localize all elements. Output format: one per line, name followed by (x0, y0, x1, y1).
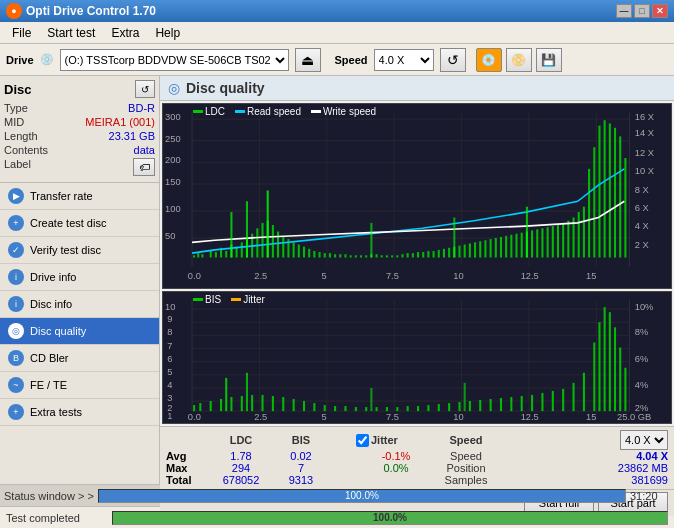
svg-rect-200 (541, 393, 543, 411)
svg-rect-179 (324, 405, 326, 411)
sidebar-item-verify-test-disc[interactable]: ✓ Verify test disc (0, 237, 159, 264)
svg-text:7.5: 7.5 (386, 270, 399, 281)
sidebar-item-fe-te[interactable]: ~ FE / TE (0, 372, 159, 399)
sidebar-item-transfer-rate[interactable]: ▶ Transfer rate (0, 183, 159, 210)
menu-extra[interactable]: Extra (103, 24, 147, 42)
speed-select[interactable]: 4.0 X (374, 49, 434, 71)
nav-label-transfer-rate: Transfer rate (30, 190, 93, 202)
stats-area: LDC BIS Jitter Speed 4.0 X Avg (160, 426, 674, 489)
svg-text:10 X: 10 X (635, 165, 655, 176)
svg-rect-57 (303, 247, 305, 258)
bis-legend: BIS (193, 294, 221, 305)
create-test-disc-icon: + (8, 215, 24, 231)
minimize-button[interactable]: — (616, 4, 632, 18)
svg-rect-119 (624, 158, 626, 257)
svg-rect-110 (578, 212, 580, 257)
test-completed-label: Test completed (6, 512, 106, 524)
transfer-rate-icon: ▶ (8, 188, 24, 204)
maximize-button[interactable]: □ (634, 4, 650, 18)
svg-text:2.5: 2.5 (254, 412, 267, 422)
svg-rect-207 (604, 307, 606, 411)
svg-rect-81 (427, 251, 429, 257)
speed-val-row: 4.04 X (496, 450, 668, 462)
drive-label: Drive (6, 54, 34, 66)
ldc-legend-label: LDC (205, 106, 225, 117)
sidebar-item-cd-bler[interactable]: B CD Bler (0, 345, 159, 372)
svg-text:14 X: 14 X (635, 127, 655, 138)
disc-type-label: Type (4, 102, 28, 114)
sidebar-item-disc-quality[interactable]: ◎ Disc quality (0, 318, 159, 345)
svg-text:8%: 8% (635, 327, 648, 337)
svg-text:12.5: 12.5 (521, 412, 539, 422)
svg-rect-80 (422, 252, 424, 257)
menu-start-test[interactable]: Start test (39, 24, 103, 42)
close-button[interactable]: ✕ (652, 4, 668, 18)
sidebar-nav: ▶ Transfer rate + Create test disc ✓ Ver… (0, 183, 159, 484)
svg-rect-181 (344, 406, 346, 411)
svg-text:7.5: 7.5 (386, 412, 399, 422)
svg-rect-75 (396, 255, 398, 257)
media-button[interactable]: 📀 (506, 48, 532, 72)
status-progress-bar: 100.0% (98, 489, 626, 503)
ldc-header: LDC (206, 430, 276, 450)
content-header: ◎ Disc quality (160, 76, 674, 101)
save-button[interactable]: 💾 (536, 48, 562, 72)
svg-rect-191 (448, 403, 450, 411)
svg-rect-178 (313, 403, 315, 411)
content-area: ◎ Disc quality LDC Read speed (160, 76, 674, 484)
svg-rect-89 (469, 243, 471, 257)
svg-rect-93 (490, 239, 492, 257)
speed-label: Speed (335, 54, 368, 66)
sidebar-item-disc-info[interactable]: i Disc info (0, 291, 159, 318)
ldc-chart: LDC Read speed Write speed 300 (162, 103, 672, 289)
avg-label: Avg (166, 450, 206, 462)
svg-text:7: 7 (167, 340, 172, 350)
menu-help[interactable]: Help (147, 24, 188, 42)
svg-rect-180 (334, 406, 336, 411)
eject-button[interactable]: ⏏ (295, 48, 321, 72)
sidebar-item-drive-info[interactable]: i Drive info (0, 264, 159, 291)
svg-rect-59 (313, 251, 315, 257)
svg-rect-120 (230, 212, 232, 257)
speed-select-stats[interactable]: 4.0 X (620, 430, 668, 450)
svg-text:2.5: 2.5 (254, 270, 267, 281)
svg-rect-102 (536, 229, 538, 257)
svg-rect-38 (201, 254, 203, 257)
svg-rect-105 (552, 226, 554, 257)
drive-select[interactable]: (O:) TSSTcorp BDDVDW SE-506CB TS02 (60, 49, 289, 71)
svg-rect-122 (267, 190, 269, 257)
svg-rect-94 (495, 238, 497, 257)
svg-rect-53 (282, 236, 284, 258)
svg-rect-60 (319, 252, 321, 257)
disc-refresh-button[interactable]: ↺ (135, 80, 155, 98)
svg-rect-118 (619, 136, 621, 257)
disc-button[interactable]: 💿 (476, 48, 502, 72)
svg-rect-210 (619, 347, 621, 411)
svg-text:10: 10 (453, 270, 463, 281)
sidebar-item-create-test-disc[interactable]: + Create test disc (0, 210, 159, 237)
empty-cell (166, 430, 206, 450)
position-val: 23862 MB (496, 462, 668, 474)
svg-rect-88 (464, 245, 466, 258)
svg-rect-215 (464, 383, 466, 411)
menu-file[interactable]: File (4, 24, 39, 42)
nav-label-extra-tests: Extra tests (30, 406, 82, 418)
cd-bler-icon: B (8, 350, 24, 366)
svg-rect-177 (303, 401, 305, 411)
refresh-button[interactable]: ↺ (440, 48, 466, 72)
svg-text:4: 4 (167, 380, 172, 390)
svg-rect-205 (593, 342, 595, 411)
bis-header: BIS (276, 430, 326, 450)
elapsed-time: 31:20 (630, 490, 670, 502)
disc-title: Disc (4, 82, 31, 97)
svg-text:15: 15 (586, 270, 596, 281)
write-speed-legend-dot (311, 110, 321, 113)
jitter-checkbox[interactable] (356, 434, 369, 447)
svg-rect-203 (573, 383, 575, 411)
sidebar-item-extra-tests[interactable]: + Extra tests (0, 399, 159, 426)
svg-text:3: 3 (167, 393, 172, 403)
test-progress-bar: 100.0% (112, 511, 668, 525)
disc-label-button[interactable]: 🏷 (133, 158, 155, 176)
disc-mid-label: MID (4, 116, 24, 128)
disc-length-value: 23.31 GB (109, 130, 155, 142)
